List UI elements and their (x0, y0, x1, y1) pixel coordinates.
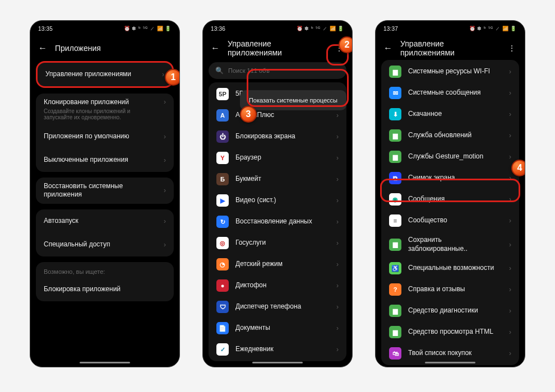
chevron-right-icon: › (509, 241, 511, 249)
app-row[interactable]: ▶Видео (сист.)› (209, 190, 346, 211)
app-row[interactable]: ◔Детский режим› (209, 254, 346, 275)
header: ← Управление приложениями ⋮ (203, 36, 352, 60)
app-row[interactable]: ♿Специальные возможности› (381, 258, 519, 279)
app-icon: ♿ (389, 262, 401, 274)
app-row[interactable]: ?Справка и отзывы› (381, 279, 519, 300)
row-clone-apps[interactable]: Клонирование приложений Создавайте клоны… (36, 94, 174, 125)
app-icon: Y (216, 152, 229, 164)
app-row[interactable]: ▆Средство просмотра HTML› (381, 321, 519, 343)
app-label: Средство диагностики (408, 306, 502, 315)
more-icon[interactable]: ⋮ (507, 44, 517, 52)
chevron-right-icon: › (164, 241, 166, 249)
app-label: Диктофон (235, 281, 330, 290)
chevron-right-icon: › (509, 328, 511, 336)
chevron-right-icon: › (164, 98, 166, 106)
app-row[interactable]: ◉Сообщения› (381, 189, 519, 210)
app-icon: ▆ (389, 129, 401, 142)
status-bar: 13:36 ⏰ ✽ ᵇ ⁵ᴳ ⟋ 📶 🔋 (203, 21, 352, 36)
header: ← Управление приложениями ⋮ (376, 36, 525, 60)
back-icon[interactable]: ← (211, 43, 220, 53)
chevron-right-icon: › (336, 282, 339, 290)
app-row[interactable]: ▆Средство диагностики› (381, 300, 519, 321)
phone-screen-1: 13:35 ⏰ ✽ ᵇ ⁵ᴳ ⟋ 📶 🔋 ← Приложения Управл… (30, 20, 180, 367)
chevron-right-icon: › (509, 110, 511, 118)
row-label: Специальный доступ (44, 240, 157, 249)
status-bar: 13:37 ⏰ ✽ ᵇ ⁵ᴳ ⟋ 📶 🔋 (376, 21, 525, 36)
app-row[interactable]: 📄Документы› (209, 318, 346, 339)
chevron-right-icon: › (509, 132, 511, 139)
chevron-right-icon: › (509, 264, 511, 272)
row-label: Приложения по умолчанию (44, 132, 157, 141)
row-subtitle: Создавайте клоны приложений и запускайте… (44, 108, 157, 120)
app-row[interactable]: ⏻Блокировка экрана› (209, 126, 346, 147)
back-icon[interactable]: ← (383, 43, 392, 53)
app-icon: ≡ (389, 214, 401, 227)
chevron-right-icon: › (336, 218, 339, 226)
app-row[interactable]: ●Диктофон› (209, 275, 346, 296)
status-icons: ⏰ ✽ ᵇ ⁵ᴳ ⟋ 📶 🔋 (124, 26, 172, 31)
app-row[interactable]: ⬇Скачанное› (381, 104, 519, 125)
app-icon: ⧉ (389, 172, 401, 184)
app-row[interactable]: ✉Системные сообщения› (381, 82, 519, 104)
status-time: 13:37 (383, 26, 398, 32)
row-manage-apps[interactable]: Управление приложениями › (36, 61, 174, 88)
search-icon: 🔍 (215, 67, 224, 74)
app-label: Службы Gesture_motion (408, 152, 502, 161)
app-label: Госуслуги (235, 239, 330, 248)
popup-show-system-processes[interactable]: Показать системные процессы (240, 90, 346, 110)
page-title: Управление приложениями (228, 39, 326, 57)
row-label: Автозапуск (44, 217, 157, 226)
status-icons: ⏰ ✽ ᵇ ⁵ᴳ ⟋ 📶 🔋 (297, 26, 344, 31)
app-icon: ▆ (389, 66, 401, 78)
chevron-right-icon: › (509, 349, 511, 357)
home-indicator[interactable] (80, 362, 130, 363)
chevron-right-icon: › (509, 153, 511, 161)
back-icon[interactable]: ← (38, 43, 47, 53)
app-row[interactable]: 🛡Диспетчер телефона› (209, 296, 346, 318)
app-label: Системные ресурсы WI-FI (408, 67, 502, 76)
row-label: Восстановить системные приложения (44, 182, 157, 199)
app-label: Сообщество (408, 216, 502, 225)
page-title: Приложения (55, 44, 172, 53)
app-row[interactable]: ✓Ежедневник› (209, 339, 346, 360)
app-label: Детский режим (235, 260, 330, 269)
app-icon: А (216, 109, 229, 122)
app-row[interactable]: ≡Сообщество› (381, 210, 519, 231)
row-special-access[interactable]: Специальный доступ › (36, 233, 174, 256)
app-label: Видео (сист.) (235, 196, 330, 205)
home-indicator[interactable] (252, 362, 303, 363)
app-row[interactable]: 🛍Твой список покупок› (381, 343, 519, 364)
chevron-right-icon: › (336, 111, 339, 119)
chevron-right-icon: › (336, 175, 339, 183)
row-label: Блокировка приложений (44, 285, 166, 294)
app-row[interactable]: ↻Восстановление данных› (209, 211, 346, 232)
row-autostart[interactable]: Автозапуск › (36, 209, 174, 233)
app-icon: 🛍 (389, 347, 401, 360)
app-label: Специальные возможности (408, 264, 502, 273)
app-label: Служба обновлений (408, 131, 502, 140)
app-row[interactable]: ▆Системные ресурсы WI-FI› (381, 61, 519, 82)
app-row[interactable]: ◎Госуслуги› (209, 232, 346, 254)
app-row[interactable]: ⧉Снимок экрана› (381, 167, 519, 189)
app-row[interactable]: ▆Службы Gesture_motion› (381, 146, 519, 167)
app-row[interactable]: YБраузер› (209, 147, 346, 169)
row-default-apps[interactable]: Приложения по умолчанию › (36, 125, 174, 148)
app-row[interactable]: ▆Служба обновлений› (381, 125, 519, 146)
home-indicator[interactable] (425, 362, 475, 363)
app-icon: Б (216, 173, 229, 185)
app-row[interactable]: ББукмейт› (209, 169, 346, 190)
app-icon: ▶ (216, 194, 229, 207)
search-input[interactable]: 🔍 Поиск 111 объ (209, 62, 346, 79)
app-icon: 🛡 (216, 301, 229, 313)
chevron-right-icon: › (164, 217, 166, 225)
chevron-right-icon: › (509, 307, 511, 315)
app-icon: ▆ (389, 151, 401, 163)
app-label: Сообщения (408, 195, 502, 204)
row-app-lock[interactable]: Блокировка приложений (36, 278, 174, 301)
row-restore-system-apps[interactable]: Восстановить системные приложения › (36, 178, 174, 204)
chevron-right-icon: › (336, 260, 339, 268)
chevron-right-icon: › (509, 217, 511, 225)
app-row[interactable]: ▆Сохранить заблокированные..› (381, 231, 519, 258)
row-disabled-apps[interactable]: Выключенные приложения › (36, 148, 174, 172)
app-icon: ⏻ (216, 130, 229, 143)
